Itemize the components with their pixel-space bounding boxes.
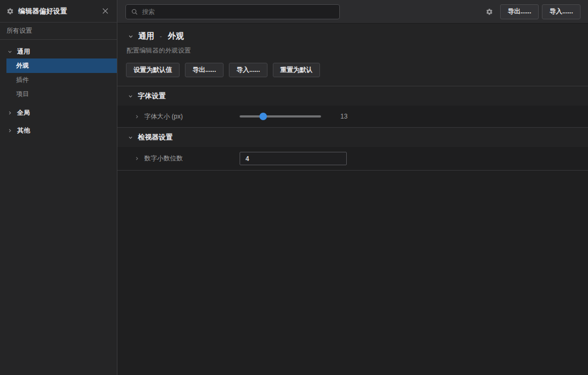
import-button[interactable]: 导入......	[542, 4, 580, 19]
decimal-places-input[interactable]	[240, 152, 347, 165]
reset-default-button[interactable]: 重置为默认	[273, 63, 320, 77]
search-input[interactable]	[142, 8, 334, 16]
main-panel: 导出...... 导入...... 通用 - 外观 配置编辑器的外观设置 设置为…	[117, 0, 588, 375]
sidebar-item-all-settings[interactable]: 所有设置	[0, 23, 117, 40]
sidebar-item-label: 全局	[17, 108, 30, 117]
breadcrumb-group: 通用	[138, 31, 154, 41]
sidebar-item-label: 其他	[17, 126, 30, 135]
setting-row-decimal-places: 数字小数位数	[117, 147, 588, 171]
chevron-down-icon	[128, 135, 133, 140]
section-title: 检视器设置	[138, 133, 173, 142]
setting-label: 字体大小 (px)	[144, 112, 183, 121]
settings-tree: 通用 外观 插件 项目 全局 其他	[0, 40, 117, 137]
search-icon	[131, 9, 138, 15]
close-icon[interactable]	[100, 6, 110, 17]
empty-content-area	[117, 171, 588, 375]
setting-label-area[interactable]: 字体大小 (px)	[117, 112, 240, 121]
sidebar-item-label: 外观	[16, 61, 29, 70]
setting-row-font-size: 字体大小 (px) 13	[117, 106, 588, 127]
setting-label: 数字小数位数	[144, 154, 183, 163]
page-description: 配置编辑器的外观设置	[126, 46, 579, 55]
action-buttons: 设置为默认值 导出...... 导入...... 重置为默认	[126, 63, 579, 77]
export-settings-button[interactable]: 导出......	[185, 63, 224, 77]
chevron-right-icon	[8, 111, 13, 115]
top-toolbar: 导出...... 导入......	[117, 0, 588, 24]
export-button[interactable]: 导出......	[500, 4, 539, 19]
preferences-sidebar: 编辑器偏好设置 所有设置 通用 外观 插件 项目 全局	[0, 0, 117, 375]
section-header-inspector[interactable]: 检视器设置	[117, 127, 588, 147]
sidebar-item-project[interactable]: 项目	[0, 87, 117, 101]
chevron-down-icon[interactable]	[128, 34, 133, 39]
import-settings-button[interactable]: 导入......	[229, 63, 267, 77]
chevron-right-icon	[135, 156, 139, 161]
section-title: 字体设置	[138, 91, 166, 101]
sidebar-item-other[interactable]: 其他	[0, 123, 117, 137]
slider-value: 13	[340, 113, 347, 120]
breadcrumb: 通用 - 外观	[126, 31, 579, 41]
gear-icon	[6, 8, 14, 15]
setting-label-area[interactable]: 数字小数位数	[117, 154, 240, 163]
section-header-font[interactable]: 字体设置	[117, 86, 588, 106]
set-default-button[interactable]: 设置为默认值	[126, 63, 180, 77]
page-header: 通用 - 外观 配置编辑器的外观设置 设置为默认值 导出...... 导入...…	[117, 24, 588, 86]
sidebar-item-global[interactable]: 全局	[0, 106, 117, 120]
sidebar-item-label: 通用	[17, 47, 30, 56]
sidebar-item-appearance[interactable]: 外观	[6, 58, 117, 73]
breadcrumb-separator: -	[160, 33, 162, 40]
slider-track	[240, 115, 321, 117]
sidebar-item-plugins[interactable]: 插件	[0, 73, 117, 87]
slider-thumb[interactable]	[259, 113, 267, 120]
window-title: 编辑器偏好设置	[18, 6, 100, 16]
toolbar-right: 导出...... 导入......	[486, 4, 580, 19]
chevron-down-icon	[128, 94, 133, 99]
gear-icon[interactable]	[486, 8, 493, 16]
sidebar-item-general[interactable]: 通用	[0, 45, 117, 58]
sidebar-item-label: 插件	[16, 76, 29, 85]
page-title: 外观	[168, 31, 184, 41]
chevron-down-icon	[8, 49, 13, 54]
font-size-slider[interactable]	[240, 113, 321, 120]
chevron-right-icon	[135, 114, 139, 119]
sidebar-header: 编辑器偏好设置	[0, 0, 117, 23]
sidebar-item-label: 项目	[16, 90, 29, 99]
chevron-right-icon	[8, 128, 13, 133]
search-box[interactable]	[125, 4, 340, 19]
